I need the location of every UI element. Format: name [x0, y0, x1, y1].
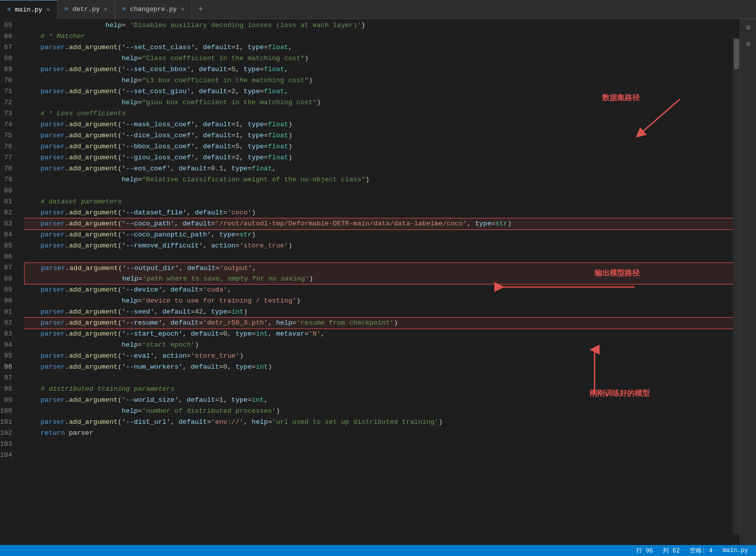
code-line: help= 'Disables auxiliary decoding losse…: [24, 20, 740, 31]
code-line: # distributed training parameters: [24, 384, 740, 395]
tab-icon-changepre: ≡: [122, 6, 126, 13]
code-line: help="Relative classification weight of …: [24, 174, 740, 185]
settings-icon[interactable]: ⚙: [746, 23, 750, 32]
status-line: 行 96: [636, 546, 653, 555]
code-line: # * Matcher: [24, 31, 740, 42]
tab-icon-main: ≡: [7, 6, 11, 14]
code-line: [24, 251, 740, 262]
new-tab-button[interactable]: +: [192, 5, 210, 15]
tab-main-py[interactable]: ≡ main.py ✕: [0, 0, 58, 19]
line-numbers: 6566676869707172737475767778798081828384…: [0, 19, 24, 545]
code-line: help='device to use for training / testi…: [24, 296, 740, 307]
code-line: help='path where to save, empty for no s…: [24, 273, 740, 285]
scrollbar-thumb[interactable]: [734, 39, 739, 69]
tab-bar: ≡ main.py ✕ ≡ detr.py ✕ ≡ changepre.py ✕…: [0, 0, 756, 19]
code-line: [24, 373, 740, 384]
code-line: parser.add_argument('--set_cost_giou', d…: [24, 86, 740, 97]
code-line: parser.add_argument('--remove_difficult'…: [24, 240, 740, 251]
code-line: [24, 185, 740, 196]
code-line: return parser: [24, 428, 740, 439]
tab-close-main[interactable]: ✕: [46, 6, 50, 14]
tab-label-changepre: changepre.py: [130, 6, 177, 13]
tab-detr-py[interactable]: ≡ detr.py ✕: [58, 0, 115, 19]
status-file: main.py: [723, 547, 748, 554]
tab-changepre-py[interactable]: ≡ changepre.py ✕: [115, 0, 192, 19]
code-line: parser.add_argument('--output_dir', defa…: [24, 262, 740, 273]
code-line: help="giou box coefficient in the matchi…: [24, 97, 740, 108]
code-line: parser.add_argument('--world_size', defa…: [24, 395, 740, 406]
code-line: parser.add_argument('--bbox_loss_coef', …: [24, 141, 740, 152]
status-bar: 行 96 列 62 空格: 4 main.py: [0, 545, 756, 556]
code-line: # dataset parameters: [24, 196, 740, 207]
settings-icon-2[interactable]: ⚙: [746, 40, 750, 48]
code-line: parser.add_argument('--eval', action='st…: [24, 351, 740, 362]
code-line: [24, 450, 740, 461]
scrollbar[interactable]: [733, 38, 740, 535]
code-line: help='start epoch'): [24, 340, 740, 351]
code-line: parser.add_argument('--eos_coef', defaul…: [24, 163, 740, 174]
code-line: parser.add_argument('--resume', default=…: [24, 318, 740, 329]
code-editor[interactable]: 6566676869707172737475767778798081828384…: [0, 19, 740, 545]
code-lines: help= 'Disables auxiliary decoding losse…: [24, 19, 740, 545]
tab-close-detr[interactable]: ✕: [104, 6, 107, 13]
tab-close-changepre[interactable]: ✕: [181, 6, 184, 13]
status-col: 列 62: [663, 546, 680, 555]
code-line: parser.add_argument('--dataset_file', de…: [24, 207, 740, 218]
code-line: parser.add_argument('--set_cost_bbox', d…: [24, 64, 740, 75]
code-line: parser.add_argument('--mask_loss_coef', …: [24, 119, 740, 130]
code-line: parser.add_argument('--device', default=…: [24, 285, 740, 296]
code-line: parser.add_argument('--start_epoch', def…: [24, 329, 740, 340]
status-spaces: 空格: 4: [690, 546, 713, 555]
code-line: help="Class coefficient in the matching …: [24, 53, 740, 64]
code-line: help='number of distributed processes'): [24, 406, 740, 417]
code-line: parser.add_argument('--dist_url', defaul…: [24, 417, 740, 428]
code-line: help="L1 box coefficient in the matching…: [24, 75, 740, 86]
code-line: parser.add_argument('--dice_loss_coef', …: [24, 130, 740, 141]
tab-icon-detr: ≡: [65, 6, 69, 13]
tab-label-main: main.py: [15, 6, 43, 14]
code-line: parser.add_argument('--giou_loss_coef', …: [24, 152, 740, 163]
code-line: parser.add_argument('--coco_panoptic_pat…: [24, 229, 740, 240]
main-area: 6566676869707172737475767778798081828384…: [0, 19, 756, 545]
code-line: parser.add_argument('--num_workers', def…: [24, 362, 740, 373]
tab-label-detr: detr.py: [72, 6, 100, 13]
right-sidebar: ⚙ ⚙: [740, 19, 756, 545]
code-line: # * Loss coefficients: [24, 108, 740, 119]
code-line: parser.add_argument('--coco_path', defau…: [24, 218, 740, 229]
code-line: parser.add_argument('--set_cost_class', …: [24, 42, 740, 53]
code-line: [24, 439, 740, 450]
code-line: parser.add_argument('--seed', default=42…: [24, 307, 740, 318]
